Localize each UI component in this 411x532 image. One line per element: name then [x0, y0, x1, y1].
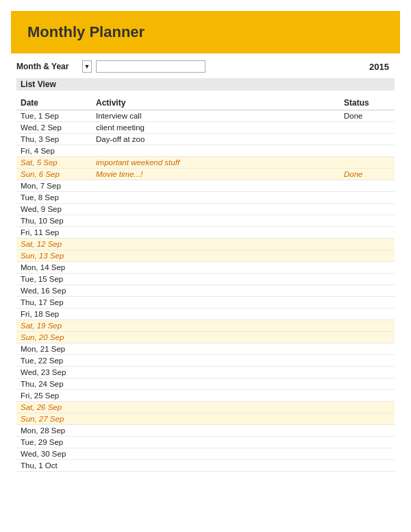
table-row: Tue, 15 Sep [16, 274, 395, 285]
table-row: Wed, 2 Sepclient meeting [16, 122, 395, 134]
cell-activity [92, 145, 340, 157]
cell-status [340, 332, 395, 343]
cell-activity [92, 250, 340, 262]
cell-status [340, 122, 395, 134]
cell-status [340, 390, 395, 402]
table-row: Sun, 6 SepMovie time...!Done [16, 169, 395, 180]
cell-activity: Interview call [92, 110, 340, 122]
table-row: Tue, 1 SepInterview callDone [16, 110, 395, 122]
cell-activity [92, 332, 340, 343]
col-header-activity: Activity [92, 96, 340, 110]
cell-activity [92, 215, 340, 227]
table-header: Date Activity Status [16, 96, 395, 110]
cell-activity [92, 448, 340, 460]
cell-date: Thu, 3 Sep [16, 134, 92, 145]
cell-date: Wed, 2 Sep [16, 122, 92, 134]
list-view-label: List View [16, 78, 395, 90]
cell-activity [92, 367, 340, 378]
table-row: Sat, 5 Sepimportant weekend stuff [16, 157, 395, 169]
table-row: Mon, 21 Sep [16, 343, 395, 355]
cell-status [340, 145, 395, 157]
cell-activity [92, 239, 340, 250]
table-row: Fri, 25 Sep [16, 390, 395, 402]
table-row: Fri, 18 Sep [16, 309, 395, 320]
table-row: Mon, 14 Sep [16, 262, 395, 274]
cell-status [340, 413, 395, 425]
table-row: Thu, 1 Oct [16, 460, 395, 472]
table-row: Thu, 24 Sep [16, 378, 395, 390]
cell-activity: Day-off at zoo [92, 134, 340, 145]
cell-activity [92, 402, 340, 413]
cell-activity: Movie time...! [92, 169, 340, 180]
cell-date: Wed, 23 Sep [16, 367, 92, 378]
cell-status [340, 402, 395, 413]
table-row: Tue, 8 Sep [16, 192, 395, 204]
cell-date: Sun, 27 Sep [16, 413, 92, 425]
cell-status [340, 180, 395, 192]
cell-status [340, 309, 395, 320]
cell-date: Tue, 29 Sep [16, 437, 92, 448]
table-row: Sun, 20 Sep [16, 332, 395, 343]
cell-date: Thu, 17 Sep [16, 297, 92, 309]
cell-activity [92, 460, 340, 472]
cell-status [340, 297, 395, 309]
year-display: 2015 [369, 62, 395, 72]
cell-date: Sun, 13 Sep [16, 250, 92, 262]
table-row: Thu, 17 Sep [16, 297, 395, 309]
section-label-row: List View [0, 75, 411, 93]
cell-date: Tue, 1 Sep [16, 110, 92, 122]
cell-date: Sat, 26 Sep [16, 402, 92, 413]
table-row: Mon, 28 Sep [16, 425, 395, 437]
header-bar: Monthly Planner [11, 11, 400, 53]
cell-date: Tue, 8 Sep [16, 192, 92, 204]
cell-status [340, 460, 395, 472]
table-row: Mon, 7 Sep [16, 180, 395, 192]
cell-date: Mon, 21 Sep [16, 343, 92, 355]
cell-status [340, 343, 395, 355]
cell-date: Wed, 16 Sep [16, 285, 92, 297]
cell-status [340, 437, 395, 448]
table-row: Sun, 27 Sep [16, 413, 395, 425]
cell-activity [92, 180, 340, 192]
cell-status: Done [340, 169, 395, 180]
cell-activity [92, 425, 340, 437]
month-year-spinner[interactable]: ▼ [82, 60, 92, 73]
cell-date: Tue, 22 Sep [16, 355, 92, 367]
cell-activity [92, 227, 340, 239]
cell-activity [92, 297, 340, 309]
table-row: Sat, 12 Sep [16, 239, 395, 250]
cell-activity [92, 204, 340, 215]
cell-activity [92, 320, 340, 332]
cell-status: Done [340, 110, 395, 122]
cell-activity [92, 413, 340, 425]
cell-status [340, 262, 395, 274]
cell-status [340, 355, 395, 367]
table-row: Sun, 13 Sep [16, 250, 395, 262]
cell-date: Fri, 11 Sep [16, 227, 92, 239]
cell-status [340, 425, 395, 437]
cell-date: Wed, 30 Sep [16, 448, 92, 460]
page-title: Monthly Planner [27, 23, 384, 41]
cell-activity [92, 262, 340, 274]
cell-status [340, 378, 395, 390]
cell-activity [92, 274, 340, 285]
cell-status [340, 157, 395, 169]
cell-activity: important weekend stuff [92, 157, 340, 169]
cell-date: Mon, 28 Sep [16, 425, 92, 437]
table-row: Wed, 30 Sep [16, 448, 395, 460]
table-row: Thu, 10 Sep [16, 215, 395, 227]
cell-activity [92, 437, 340, 448]
cell-date: Mon, 14 Sep [16, 262, 92, 274]
month-year-input[interactable] [96, 60, 206, 73]
cell-status [340, 448, 395, 460]
col-header-date: Date [16, 96, 92, 110]
table-row: Wed, 9 Sep [16, 204, 395, 215]
cell-activity [92, 285, 340, 297]
cell-status [340, 227, 395, 239]
cell-status [340, 250, 395, 262]
cell-date: Fri, 18 Sep [16, 309, 92, 320]
cell-status [340, 367, 395, 378]
cell-status [340, 285, 395, 297]
cell-status [340, 215, 395, 227]
cell-date: Sat, 19 Sep [16, 320, 92, 332]
